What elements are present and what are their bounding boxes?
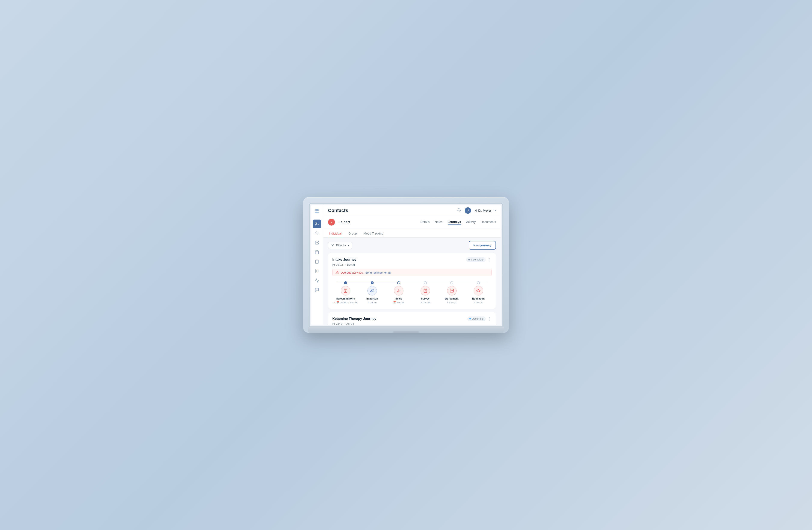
chevron-down-icon[interactable]: ▾ (495, 209, 496, 212)
dot-6 (465, 281, 492, 284)
breadcrumb-arrow-icon: › (338, 220, 339, 224)
svg-rect-2 (315, 251, 318, 254)
status-dot-incomplete (468, 259, 470, 261)
journey-date-range-ketamine: Jan 2 → Apr 24 (336, 322, 354, 325)
survey-icon (421, 286, 430, 295)
journey-title-ketamine: Ketamine Therapy Journey (332, 317, 376, 321)
tab-activity[interactable]: Activity (466, 219, 476, 225)
filter-label: Filter by (336, 244, 346, 247)
sidebar-item-add-contact[interactable] (313, 220, 321, 228)
app-shell: Contacts J Hi Dr. Meyer ▾ (311, 205, 501, 325)
journey-card-intake: Intake Journey Incomplete ⋮ (328, 253, 496, 309)
sidebar-item-analytics[interactable] (313, 276, 321, 285)
sub-tabs: Individual Group Mood Tracking (323, 228, 501, 238)
overdue-bar: Overdue activities. Send reminder email (332, 269, 492, 276)
step-screening-form: Screening form ⚠ 📅 Jul 16 → Sep 16 (332, 286, 359, 305)
laptop-base (308, 327, 504, 333)
step-dot-empty-3 (477, 281, 480, 284)
step-education: Education ↳ Dec 31 (465, 286, 492, 305)
scale-icon (394, 286, 403, 295)
sidebar-item-calendar[interactable] (313, 248, 321, 256)
filter-chevron-icon: ▾ (348, 244, 349, 247)
journey-title-intake: Intake Journey (332, 258, 357, 262)
send-reminder-link[interactable]: Send reminder email (365, 271, 391, 274)
new-journey-button[interactable]: New journey (469, 241, 496, 250)
filter-button[interactable]: Filter by ▾ (328, 242, 352, 249)
filter-bar: Filter by ▾ New journey (328, 241, 496, 250)
svg-rect-27 (333, 323, 335, 325)
tab-notes[interactable]: Notes (435, 219, 443, 225)
step-dot-empty-2 (450, 281, 453, 284)
journey-card-header-ketamine: Ketamine Therapy Journey Upcoming ⋮ (332, 317, 492, 321)
more-menu-button-intake[interactable]: ⋮ (488, 258, 492, 262)
journey-content: Filter by ▾ New journey Intake Journey (323, 238, 501, 325)
notification-bell-icon[interactable] (457, 208, 461, 213)
step-scale: Scale 📅 Sep 16 (386, 286, 412, 305)
step-name-scale: Scale (395, 297, 402, 300)
subtab-individual[interactable]: Individual (328, 230, 343, 237)
laptop-screen: Contacts J Hi Dr. Meyer ▾ (309, 203, 503, 327)
svg-point-0 (316, 222, 317, 224)
more-menu-button-ketamine[interactable]: ⋮ (488, 317, 492, 321)
tab-details[interactable]: Details (420, 219, 430, 225)
screen-inner: Contacts J Hi Dr. Meyer ▾ (311, 205, 501, 325)
contact-avatar: a (328, 219, 335, 225)
step-date-survey: ↳ Dec 16 (420, 301, 431, 305)
svg-rect-23 (424, 289, 426, 292)
in-person-icon (367, 286, 377, 295)
sidebar-item-tasks[interactable] (313, 238, 321, 247)
step-name-in-person: In person (366, 297, 378, 300)
svg-rect-26 (450, 289, 453, 292)
status-label-incomplete: Incomplete (471, 258, 483, 261)
dot-4 (412, 281, 438, 284)
journey-dates-ketamine: Jan 2 → Apr 24 (332, 322, 492, 325)
status-dot-upcoming (469, 318, 471, 319)
journey-dates-intake: Jul 16 → Dec 31 (332, 263, 492, 266)
sidebar-item-forward[interactable] (313, 267, 321, 275)
top-header: Contacts J Hi Dr. Meyer ▾ (323, 205, 501, 216)
step-agreement: Agreement ↳ Dec 31 (438, 286, 465, 305)
intake-timeline: ✓ (332, 280, 492, 305)
step-name-screening-form: Screening form (336, 297, 355, 300)
step-survey: Survey ↳ Dec 16 (412, 286, 438, 305)
sidebar-item-messages[interactable] (313, 285, 321, 294)
app-logo (314, 208, 320, 214)
status-label-upcoming: Upcoming (472, 317, 483, 320)
dot-5 (438, 281, 465, 284)
user-greeting: Hi Dr. Meyer (475, 209, 491, 212)
step-name-survey: Survey (421, 297, 430, 300)
step-date-in-person: ↳ Jul 30 (368, 301, 376, 305)
tab-journeys[interactable]: Journeys (448, 219, 461, 225)
dot-1 (332, 281, 359, 284)
journey-card-header: Intake Journey Incomplete ⋮ (332, 257, 492, 262)
overdue-text: Overdue activities. (341, 271, 364, 274)
svg-rect-10 (333, 264, 335, 266)
step-date-screening-form: ⚠ 📅 Jul 16 → Sep 16 (334, 301, 358, 305)
step-in-person: In person ↳ Jul 30 (359, 286, 386, 305)
journey-header-right: Incomplete ⋮ (466, 257, 492, 262)
subtab-mood-tracking[interactable]: Mood Tracking (363, 230, 384, 237)
step-date-scale: 📅 Sep 16 (393, 301, 404, 305)
education-icon (474, 286, 483, 295)
agreement-icon (447, 286, 456, 295)
step-dot-empty-1 (424, 281, 427, 284)
warning-icon: ⚠ (334, 301, 336, 304)
laptop-outer: Contacts J Hi Dr. Meyer ▾ (303, 197, 509, 333)
step-name-education: Education (472, 297, 484, 300)
sidebar-item-clipboard[interactable] (313, 257, 321, 266)
step-dot-active (397, 281, 400, 284)
step-date-education: ↳ Dec 31 (474, 301, 483, 305)
sidebar-item-contacts[interactable] (313, 229, 321, 238)
header-right: J Hi Dr. Meyer ▾ (457, 207, 496, 214)
sidebar (311, 205, 323, 325)
svg-marker-9 (332, 244, 334, 247)
tab-documents[interactable]: Documents (481, 219, 496, 225)
status-badge-upcoming: Upcoming (467, 317, 485, 321)
svg-point-1 (316, 232, 317, 233)
avatar: J (465, 207, 471, 214)
dots-row-intake: ✓ (332, 281, 492, 284)
dot-3 (386, 281, 412, 284)
subtab-group[interactable]: Group (348, 230, 358, 237)
contact-tabs: Details Notes Journeys Activity Document… (420, 219, 496, 225)
steps-info-intake: Screening form ⚠ 📅 Jul 16 → Sep 16 (332, 286, 492, 305)
